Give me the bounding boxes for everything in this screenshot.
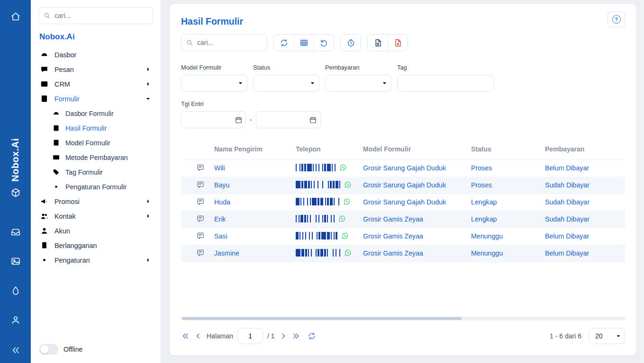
model-formulir-link[interactable]: Grosir Gamis Zeyaa	[363, 215, 423, 223]
status-link[interactable]: Menunggu	[471, 232, 503, 240]
form-entry-icon[interactable]	[196, 163, 205, 172]
sidebar-item-hasil-formulir[interactable]: Hasil Formulir	[52, 121, 153, 135]
model-formulir-link[interactable]: Grosir Gamis Zeyaa	[363, 249, 423, 257]
payment-status-link[interactable]: Sudah Dibayar	[545, 215, 590, 223]
whatsapp-icon[interactable]	[343, 198, 351, 205]
export-excel-button[interactable]	[368, 35, 388, 51]
table-search-input[interactable]	[181, 34, 267, 51]
model-formulir-link[interactable]: Grosir Gamis Zeyaa	[363, 232, 423, 240]
payment-status-link[interactable]: Sudah Dibayar	[545, 198, 590, 206]
status-link[interactable]: Menunggu	[471, 249, 503, 257]
sidebar-item-pesan[interactable]: Pesan	[38, 62, 153, 77]
next-page-button[interactable]	[279, 332, 288, 340]
masked-phone-barcode	[296, 198, 339, 205]
payment-status-link[interactable]: Sudah Dibayar	[545, 181, 590, 189]
whatsapp-icon[interactable]	[344, 181, 352, 188]
sidebar-item-model-formulir[interactable]: Model Formulir	[52, 135, 153, 150]
whatsapp-icon[interactable]	[339, 164, 347, 171]
sidebar-item-berlangganan[interactable]: Berlangganan	[38, 238, 153, 253]
whatsapp-icon[interactable]	[338, 215, 346, 222]
table-row: JasmineGrosir Gamis ZeyaaMenungguBelum D…	[181, 245, 625, 262]
sidebar-item-formulir[interactable]: Formulir	[38, 91, 153, 106]
model-formulir-link[interactable]: Grosir Sarung Gajah Duduk	[363, 198, 446, 206]
sender-name-link[interactable]: Huda	[214, 198, 230, 206]
receipt-icon	[40, 241, 49, 250]
model-formulir-link[interactable]: Grosir Sarung Gajah Duduk	[363, 164, 446, 172]
sidebar-item-kontak[interactable]: Kontak	[38, 209, 153, 223]
first-page-button[interactable]	[181, 332, 190, 340]
model-filter-select[interactable]	[181, 75, 247, 92]
chevron-right-icon	[145, 66, 152, 73]
window-scrollbar[interactable]	[641, 0, 644, 363]
payment-status-link[interactable]: Belum Dibayar	[545, 232, 589, 240]
sender-name-link[interactable]: Sasi	[214, 232, 227, 240]
refresh-button[interactable]	[274, 35, 294, 51]
form-entry-icon[interactable]	[196, 180, 205, 189]
status-filter-select[interactable]	[253, 75, 319, 92]
media-icon[interactable]	[10, 256, 21, 266]
tag-filter-input[interactable]	[397, 75, 494, 92]
page-size-select[interactable]: 20	[589, 328, 625, 344]
chevron-right-icon	[145, 198, 152, 205]
sender-name-link[interactable]: Jasmine	[214, 249, 239, 257]
whatsapp-icon[interactable]	[341, 232, 349, 239]
whatsapp-icon[interactable]	[344, 249, 352, 257]
sidebar-item-metode-pembayaran[interactable]: Metode Pembayaran	[52, 150, 153, 165]
ink-drop-icon[interactable]	[10, 285, 21, 296]
prev-page-button[interactable]	[194, 332, 202, 340]
sender-name-link[interactable]: Bayu	[214, 181, 229, 189]
sidebar-item-crm[interactable]: CRM	[38, 77, 153, 91]
scrollbar-thumb[interactable]	[182, 317, 462, 320]
model-filter-label: Model Formulir	[181, 64, 247, 71]
model-formulir-link[interactable]: Grosir Sarung Gajah Duduk	[363, 181, 446, 189]
history-button[interactable]	[341, 35, 361, 51]
offline-toggle[interactable]	[39, 344, 58, 354]
status-link[interactable]: Lengkap	[471, 215, 497, 223]
form-entry-icon[interactable]	[196, 248, 205, 257]
user-icon	[40, 226, 49, 235]
pagination: Halaman / 1 1 - 6 dari 6 20	[181, 328, 625, 348]
export-pdf-button[interactable]	[388, 35, 408, 51]
chevron-down-icon	[145, 95, 152, 102]
reset-button[interactable]	[314, 35, 334, 51]
sidebar-item-tag-formulir[interactable]: Tag Formulir	[52, 165, 153, 179]
sender-name-link[interactable]: Wili	[214, 164, 225, 172]
users-icon	[40, 212, 49, 221]
document-icon	[52, 139, 60, 147]
profile-icon[interactable]	[10, 315, 21, 325]
help-button[interactable]: ?	[608, 11, 625, 27]
collapse-sidebar-icon[interactable]	[10, 345, 21, 355]
last-page-button[interactable]	[292, 332, 300, 340]
sidebar-item-promosi[interactable]: Promosi	[38, 194, 153, 209]
sidebar-item-dasbor[interactable]: Dasbor	[38, 47, 153, 62]
columns-button[interactable]	[294, 35, 314, 51]
refresh-icon	[280, 38, 289, 47]
payment-filter-select[interactable]	[325, 75, 391, 92]
status-link[interactable]: Proses	[471, 181, 492, 189]
sidebar-search-input[interactable]	[38, 7, 153, 24]
form-entry-icon[interactable]	[196, 214, 205, 223]
status-link[interactable]: Lengkap	[471, 198, 497, 206]
sidebar-item-pengaturan[interactable]: Pengaturan	[38, 253, 153, 267]
calendar-icon[interactable]	[231, 112, 245, 128]
form-entry-icon[interactable]	[196, 197, 205, 206]
date-from-input[interactable]	[181, 116, 231, 124]
payment-status-link[interactable]: Belum Dibayar	[545, 164, 589, 172]
sidebar-item-akun[interactable]: Akun	[38, 223, 153, 238]
inbox-icon[interactable]	[10, 227, 21, 237]
home-icon[interactable]	[10, 11, 21, 22]
gear-icon	[52, 183, 60, 191]
date-to-input[interactable]	[256, 116, 306, 124]
status-link[interactable]: Proses	[471, 164, 492, 172]
sidebar-item-pengaturan-formulir[interactable]: Pengaturan Formulir	[52, 179, 153, 194]
page-number-input[interactable]	[237, 328, 263, 344]
checklist-icon	[52, 124, 60, 132]
payment-filter-label: Pembayaran	[325, 64, 391, 71]
payment-status-link[interactable]: Belum Dibayar	[545, 249, 589, 257]
form-entry-icon[interactable]	[196, 231, 205, 240]
reload-page-button[interactable]	[308, 332, 316, 340]
sidebar-item-dasbor-formulir[interactable]: Dasbor Formulir	[52, 106, 153, 121]
calendar-icon[interactable]	[306, 112, 320, 128]
pdf-file-icon	[393, 38, 402, 47]
sender-name-link[interactable]: Erik	[214, 215, 226, 223]
